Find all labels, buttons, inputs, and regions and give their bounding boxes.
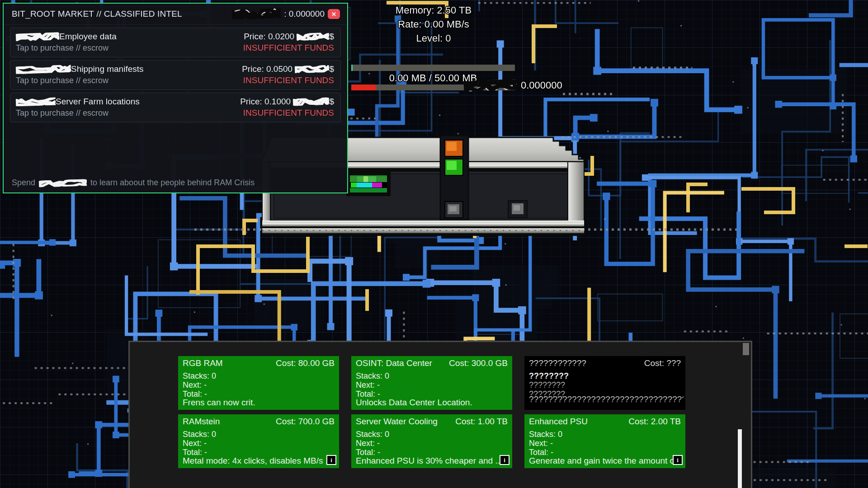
insufficient-funds-status: INSUFFICIENT FUNDS — [243, 43, 334, 53]
market-item[interactable]: Employee dataPrice: 0.0200 $Tap to purch… — [10, 28, 341, 57]
market-footer-suffix: to learn aboout the people behind RAM Cr… — [90, 178, 255, 188]
shop-card-next: Next: - — [183, 439, 335, 448]
orange-led-glow — [447, 142, 457, 151]
shop-card[interactable]: Enhanced PSUCost: 2.00 TBStacks: 0Next: … — [524, 414, 685, 468]
shop-scroll-corner — [743, 343, 749, 355]
shop-card-total: Total: - — [183, 389, 335, 399]
redaction-scribble — [16, 64, 71, 74]
shop-card-next: ???????? — [529, 380, 681, 389]
shop-card-cost: Cost: 300.0 GB — [449, 358, 508, 368]
info-icon[interactable]: i — [500, 455, 509, 465]
shop-scrollbar-thumb[interactable] — [738, 429, 742, 488]
shop-card-stacks: Stacks: 0 — [356, 430, 508, 439]
shop-card-title: ???????????? — [529, 358, 586, 368]
rate-progress-fill — [351, 84, 376, 90]
shop-card[interactable]: RGB RAMCost: 80.00 GBStacks: 0Next: -Tot… — [178, 356, 339, 410]
redaction-scribble — [464, 79, 518, 92]
shop-card-description: Frens can now crit. — [183, 398, 337, 408]
market-balance: : 0.000000 — [284, 9, 325, 19]
shop-card-stacks: Stacks: 0 — [529, 430, 681, 439]
market-footer: Spend to learn aboout the people behind … — [12, 178, 255, 188]
shop-card-total: Total: - — [356, 448, 508, 457]
server-bottom-rail-2 — [262, 228, 584, 233]
market-item-price: Price: 0.1000 $ — [240, 97, 334, 107]
hud-stats: Memory: 2.50 TB Rate: 0.00 MB/s Level: 0 — [382, 5, 485, 47]
hud-balance: 0.000000 — [464, 80, 562, 91]
shop-card-total: Total: - — [529, 448, 681, 457]
shop-card-next: Next: - — [529, 439, 681, 448]
redaction-scribble — [297, 33, 330, 41]
market-item-subtitle: Tap to purchase // escrow — [16, 108, 108, 118]
market-item-title: Server Farm locations — [16, 97, 140, 107]
redaction-scribble — [232, 8, 281, 20]
shop-card[interactable]: OSINT: Data CenterCost: 300.0 GBStacks: … — [351, 356, 512, 410]
shop-card-cost: Cost: 80.00 GB — [276, 358, 335, 368]
shop-card-cost: Cost: ??? — [644, 358, 681, 368]
shop-card-grid: RGB RAMCost: 80.00 GBStacks: 0Next: -Tot… — [178, 356, 685, 468]
market-item-price: Price: 0.0500 $ — [242, 64, 334, 74]
shop-card-title: Server Water Cooling — [356, 417, 438, 427]
market-item-title: Employee data — [16, 32, 117, 42]
shop-card[interactable]: ????????????Cost: ??????????????????????… — [524, 356, 685, 410]
market-item-list: Employee dataPrice: 0.0200 $Tap to purch… — [4, 28, 347, 122]
shop-card-total: Total: - — [183, 448, 335, 457]
rate-stat: Rate: 0.00 MB/s — [382, 19, 485, 30]
insufficient-funds-status: INSUFFICIENT FUNDS — [243, 108, 334, 118]
shop-card-stacks: Stacks: 0 — [183, 371, 335, 380]
server-right-rail — [568, 162, 584, 228]
memory-progress-bar — [351, 65, 515, 71]
market-item-title: Shipping manifests — [16, 64, 144, 74]
shop-card-title: RAMstein — [183, 417, 220, 427]
led-channel — [440, 136, 468, 221]
shop-card-next: Next: - — [356, 439, 508, 448]
shop-card-cost: Cost: 700.0 GB — [276, 417, 335, 427]
redaction-scribble — [16, 32, 60, 41]
server-bottom-edge — [262, 233, 584, 236]
info-icon[interactable]: i — [673, 455, 683, 465]
memory-stat: Memory: 2.50 TB — [382, 5, 485, 16]
shop-card-stacks: ???????? — [529, 371, 681, 380]
shop-card-description: Enhanced PSU is 30% cheaper and .. — [356, 456, 510, 466]
redaction-scribble — [293, 98, 330, 106]
shop-card-total: Total: - — [356, 389, 508, 399]
shop-card-next: Next: - — [356, 380, 508, 389]
market-item[interactable]: Shipping manifestsPrice: 0.0500 $Tap to … — [10, 60, 341, 90]
market-item[interactable]: Server Farm locationsPrice: 0.1000 $Tap … — [10, 93, 341, 122]
shop-card-cost: Cost: 2.00 TB — [628, 417, 681, 427]
shop-card-stacks: Stacks: 0 — [183, 430, 335, 439]
shop-card-cost: Cost: 1.00 TB — [455, 417, 508, 427]
shop-card-title: OSINT: Data Center — [356, 358, 432, 368]
shop-card-stacks: Stacks: 0 — [356, 371, 508, 380]
shop-card-title: Enhanced PSU — [529, 417, 588, 427]
channel-button-highlight — [449, 206, 457, 211]
server-bottom-rail-1 — [262, 221, 584, 226]
redaction-scribble — [295, 65, 330, 74]
shop-card-title: RGB RAM — [183, 358, 223, 368]
shop-card-description: Metal mode: 4x clicks, disables MB/s .. — [183, 456, 337, 466]
redaction-scribble — [16, 97, 56, 106]
redaction-scribble — [39, 179, 87, 188]
shop-card-description: Generate and gain twice the amount o — [529, 456, 684, 466]
hud-balance-value: 0.000000 — [521, 80, 562, 91]
market-panel: BIT_ROOT MARKET // CLASSIFIED INTEL : 0.… — [3, 3, 348, 193]
face-button[interactable] — [508, 201, 527, 218]
info-icon[interactable]: i — [326, 455, 336, 465]
memory-progress-fill — [351, 65, 353, 71]
market-title: BIT_ROOT MARKET // CLASSIFIED INTEL — [12, 9, 182, 19]
close-icon: ✕ — [331, 11, 336, 18]
close-button[interactable]: ✕ — [328, 9, 340, 19]
shop-panel: RGB RAMCost: 80.00 GBStacks: 0Next: -Tot… — [128, 341, 752, 488]
server-rail-gap — [262, 226, 584, 228]
market-header: BIT_ROOT MARKET // CLASSIFIED INTEL : 0.… — [4, 4, 347, 25]
market-item-subtitle: Tap to purchase // escrow — [16, 76, 108, 85]
insufficient-funds-status: INSUFFICIENT FUNDS — [243, 75, 334, 85]
rgb-led-module — [346, 172, 391, 196]
shop-card-description: ????????????????????????????????????????… — [529, 395, 684, 410]
level-stat: Level: 0 — [382, 33, 485, 44]
shop-card[interactable]: Server Water CoolingCost: 1.00 TBStacks:… — [351, 414, 512, 468]
shop-card-description: Unlocks Data Center Location. — [356, 398, 510, 408]
shop-card[interactable]: RAMsteinCost: 700.0 GBStacks: 0Next: -To… — [178, 414, 339, 468]
shop-card-next: Next: - — [183, 380, 335, 389]
market-item-subtitle: Tap to purchase // escrow — [16, 43, 108, 53]
market-footer-prefix: Spend — [12, 178, 35, 188]
